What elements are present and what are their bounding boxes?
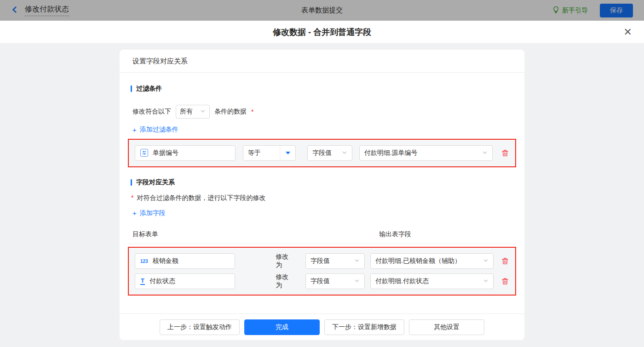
delete-row-button[interactable] <box>501 257 509 265</box>
value-type-value: 字段值 <box>310 277 330 285</box>
mapping-row: 123 核销金额 修改为 字段值 付款明细.已核销金额（辅助） <box>135 253 509 269</box>
add-filter-condition-link[interactable]: + 添加过滤条件 <box>132 125 178 134</box>
output-field-select[interactable]: 付款明细.付款状态 <box>370 273 494 289</box>
target-field-value: 付款状态 <box>150 277 175 285</box>
value-type-select[interactable]: 字段值 <box>307 145 352 161</box>
plus-icon: + <box>132 209 137 217</box>
mapping-column-headers: 目标表单 输出表字段 <box>132 230 516 239</box>
output-field-column-header: 输出表字段 <box>379 230 411 239</box>
match-mode-select[interactable]: 所有 <box>176 105 210 119</box>
next-step-button[interactable]: 下一步：设置新增数据 <box>324 319 404 335</box>
filter-section-title: 过滤条件 <box>131 85 516 93</box>
source-field-value: 付款明细.源单编号 <box>364 149 418 157</box>
delete-row-button[interactable] <box>501 277 509 285</box>
operator-value: 等于 <box>243 149 265 157</box>
beginner-guide-link[interactable]: 新手引导 <box>552 6 588 15</box>
mapping-section-label: 字段对应关系 <box>136 178 175 187</box>
chevron-down-icon <box>200 108 206 115</box>
trash-icon <box>501 277 509 285</box>
modal-title: 修改数据 - 合并到普通字段 <box>273 27 371 38</box>
chevron-down-icon <box>354 278 360 285</box>
output-field-value: 付款明细.付款状态 <box>375 277 429 285</box>
condition-row: 修改符合以下 所有 条件的数据 * <box>132 105 516 119</box>
done-button[interactable]: 完成 <box>244 319 320 335</box>
card-content: 过滤条件 修改符合以下 所有 条件的数据 * + 添加过滤条件 <box>120 73 524 313</box>
chevron-down-icon <box>482 149 488 157</box>
trash-icon <box>501 257 509 265</box>
prev-step-button[interactable]: 上一步：设置触发动作 <box>160 319 240 335</box>
section-bar <box>131 85 132 92</box>
target-field-value: 核销金额 <box>153 257 178 265</box>
save-button[interactable]: 保存 <box>600 4 633 17</box>
filter-field-value: 单据编号 <box>153 149 178 157</box>
filter-field-input[interactable]: 单据编号 <box>135 145 236 161</box>
value-type-select[interactable]: 字段值 <box>305 253 365 269</box>
serial-number-icon <box>140 149 148 157</box>
number-field-icon: 123 <box>140 259 148 264</box>
add-field-label: 添加字段 <box>140 209 166 217</box>
filter-conditions-box: 单据编号 等于 字段值 付款明细.源单编号 <box>128 139 516 167</box>
close-icon[interactable]: ✕ <box>624 27 632 37</box>
chevron-down-icon <box>342 149 347 157</box>
mapping-description: * 对符合过滤条件的数据，进行以下字段的修改 <box>131 194 516 202</box>
value-type-value: 字段值 <box>312 149 332 157</box>
modal-header: 修改数据 - 合并到普通字段 ✕ <box>0 21 644 44</box>
mapping-section-title: 字段对应关系 <box>131 178 516 187</box>
other-settings-button[interactable]: 其他设置 <box>409 319 484 335</box>
topbar-right: 新手引导 保存 <box>552 4 633 17</box>
card-footer: 上一步：设置触发动作 完成 下一步：设置新增数据 其他设置 <box>120 313 524 340</box>
filter-row: 单据编号 等于 字段值 付款明细.源单编号 <box>135 145 509 161</box>
section-bar <box>131 179 132 186</box>
filter-section-label: 过滤条件 <box>136 85 162 93</box>
condition-suffix: 条件的数据 <box>214 108 247 116</box>
required-mark: * <box>131 194 133 201</box>
output-field-value: 付款明细.已核销金额（辅助） <box>375 257 461 265</box>
value-type-value: 字段值 <box>310 257 330 265</box>
trash-icon <box>501 149 509 157</box>
modify-to-label: 修改为 <box>276 273 295 290</box>
value-type-select[interactable]: 字段值 <box>305 273 365 289</box>
output-field-select[interactable]: 付款明细.已核销金额（辅助） <box>370 253 494 269</box>
chevron-down-icon <box>483 257 489 265</box>
page-title: 表单数据提交 <box>0 6 644 15</box>
required-mark: * <box>251 108 253 115</box>
card-title: 设置字段对应关系 <box>120 50 524 73</box>
mapping-description-text: 对符合过滤条件的数据，进行以下字段的修改 <box>137 194 265 202</box>
dropdown-caret-icon[interactable] <box>280 146 295 160</box>
delete-row-button[interactable] <box>501 149 509 157</box>
modal-body: 设置字段对应关系 过滤条件 修改符合以下 所有 条件的数据 * <box>0 44 644 347</box>
modify-to-label: 修改为 <box>276 253 295 269</box>
field-mapping-box: 123 核销金额 修改为 字段值 付款明细.已核销金额（辅助） <box>128 247 516 296</box>
match-mode-value: 所有 <box>180 108 193 116</box>
settings-card: 设置字段对应关系 过滤条件 修改符合以下 所有 条件的数据 * <box>120 50 524 340</box>
condition-prefix: 修改符合以下 <box>132 108 171 116</box>
lightbulb-icon <box>552 6 559 15</box>
source-field-select[interactable]: 付款明细.源单编号 <box>359 145 493 161</box>
target-form-column-header: 目标表单 <box>132 230 158 238</box>
chevron-down-icon <box>483 278 489 285</box>
text-field-icon: T <box>140 278 145 285</box>
chevron-down-icon <box>354 257 360 265</box>
beginner-guide-label: 新手引导 <box>562 6 588 15</box>
add-filter-line: + 添加过滤条件 <box>132 125 516 134</box>
mapping-row: T 付款状态 修改为 字段值 付款明细.付款状态 <box>135 273 509 289</box>
add-field-link[interactable]: + 添加字段 <box>132 209 166 217</box>
plus-icon: + <box>132 126 137 134</box>
operator-select[interactable]: 等于 <box>243 145 296 161</box>
target-field-input[interactable]: T 付款状态 <box>135 273 235 289</box>
add-filter-condition-label: 添加过滤条件 <box>140 125 178 134</box>
header-divider <box>128 244 516 244</box>
target-field-input[interactable]: 123 核销金额 <box>135 253 235 269</box>
add-field-line: + 添加字段 <box>132 209 516 218</box>
topbar: 修改付款状态 表单数据提交 新手引导 保存 <box>0 0 644 21</box>
